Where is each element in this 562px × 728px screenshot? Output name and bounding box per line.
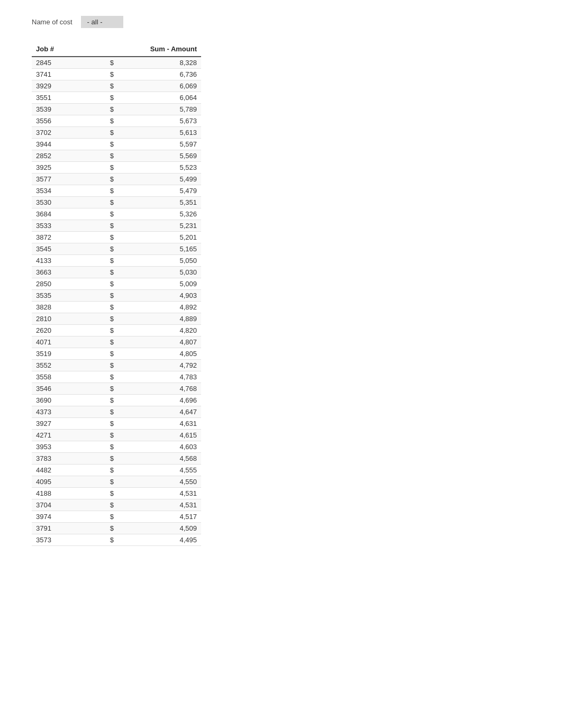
cell-amount: 4,531 xyxy=(127,499,201,511)
table-row: 2852$5,569 xyxy=(32,150,201,162)
cell-job: 3704 xyxy=(32,499,106,511)
cell-job: 3929 xyxy=(32,80,106,92)
cell-amount: 4,550 xyxy=(127,476,201,488)
cell-amount: 8,328 xyxy=(127,57,201,69)
table-row: 3552$4,792 xyxy=(32,360,201,371)
cell-dollar: $ xyxy=(106,430,128,441)
cell-job: 3684 xyxy=(32,208,106,220)
filter-label: Name of cost xyxy=(32,18,72,26)
cell-job: 3953 xyxy=(32,441,106,453)
cell-dollar: $ xyxy=(106,360,128,371)
table-row: 3533$5,231 xyxy=(32,220,201,232)
cell-dollar: $ xyxy=(106,418,128,430)
table-row: 3519$4,805 xyxy=(32,348,201,360)
filter-value[interactable]: - all - xyxy=(81,16,123,28)
table-row: 4373$4,647 xyxy=(32,406,201,418)
cell-amount: 4,603 xyxy=(127,441,201,453)
cell-amount: 5,009 xyxy=(127,278,201,290)
table-row: 3558$4,783 xyxy=(32,371,201,383)
cell-dollar: $ xyxy=(106,232,128,243)
cell-job: 3533 xyxy=(32,220,106,232)
table-row: 3684$5,326 xyxy=(32,208,201,220)
cell-dollar: $ xyxy=(106,441,128,453)
cell-dollar: $ xyxy=(106,465,128,476)
cell-amount: 4,631 xyxy=(127,418,201,430)
cell-dollar: $ xyxy=(106,92,128,104)
cell-dollar: $ xyxy=(106,267,128,278)
cell-amount: 4,568 xyxy=(127,453,201,465)
cell-job: 4271 xyxy=(32,430,106,441)
cell-dollar: $ xyxy=(106,69,128,80)
cell-dollar: $ xyxy=(106,499,128,511)
cell-dollar: $ xyxy=(106,476,128,488)
cell-job: 3539 xyxy=(32,104,106,115)
cell-dollar: $ xyxy=(106,255,128,267)
cell-job: 3872 xyxy=(32,232,106,243)
cell-job: 3783 xyxy=(32,453,106,465)
cell-job: 3530 xyxy=(32,197,106,208)
cell-dollar: $ xyxy=(106,150,128,162)
cell-dollar: $ xyxy=(106,511,128,523)
cell-job: 3925 xyxy=(32,162,106,174)
cell-amount: 4,807 xyxy=(127,336,201,348)
cell-amount: 5,479 xyxy=(127,185,201,197)
cell-amount: 5,050 xyxy=(127,255,201,267)
cell-amount: 4,555 xyxy=(127,465,201,476)
cell-dollar: $ xyxy=(106,325,128,336)
table-row: 2810$4,889 xyxy=(32,313,201,325)
cell-amount: 6,069 xyxy=(127,80,201,92)
cell-job: 3556 xyxy=(32,115,106,127)
cell-job: 3577 xyxy=(32,174,106,185)
cell-job: 3558 xyxy=(32,371,106,383)
col-job[interactable]: Job # xyxy=(32,42,106,57)
table-row: 4271$4,615 xyxy=(32,430,201,441)
cell-amount: 5,523 xyxy=(127,162,201,174)
cell-dollar: $ xyxy=(106,534,128,546)
cell-dollar: $ xyxy=(106,162,128,174)
table-row: 4095$4,550 xyxy=(32,476,201,488)
cell-job: 4373 xyxy=(32,406,106,418)
cell-amount: 4,768 xyxy=(127,383,201,395)
cell-job: 3663 xyxy=(32,267,106,278)
cell-dollar: $ xyxy=(106,220,128,232)
table-row: 3551$6,064 xyxy=(32,92,201,104)
filter-row: Name of cost - all - xyxy=(11,11,551,33)
cell-dollar: $ xyxy=(106,127,128,139)
table-row: 3573$4,495 xyxy=(32,534,201,546)
table-row: 4133$5,050 xyxy=(32,255,201,267)
table-row: 3530$5,351 xyxy=(32,197,201,208)
cell-amount: 4,615 xyxy=(127,430,201,441)
table-row: 3791$4,509 xyxy=(32,523,201,534)
cell-amount: 5,499 xyxy=(127,174,201,185)
cell-job: 2810 xyxy=(32,313,106,325)
table-row: 2620$4,820 xyxy=(32,325,201,336)
cell-amount: 4,792 xyxy=(127,360,201,371)
cell-amount: 5,165 xyxy=(127,243,201,255)
table-row: 3663$5,030 xyxy=(32,267,201,278)
cell-amount: 5,673 xyxy=(127,115,201,127)
table-row: 4188$4,531 xyxy=(32,488,201,499)
table-row: 2850$5,009 xyxy=(32,278,201,290)
cell-amount: 4,903 xyxy=(127,290,201,302)
table-row: 3534$5,479 xyxy=(32,185,201,197)
cell-job: 3519 xyxy=(32,348,106,360)
table-row: 3704$4,531 xyxy=(32,499,201,511)
cell-amount: 5,201 xyxy=(127,232,201,243)
cell-amount: 4,889 xyxy=(127,313,201,325)
table-header-row: Job # Sum - Amount xyxy=(32,42,201,57)
cell-dollar: $ xyxy=(106,313,128,325)
table-row: 3535$4,903 xyxy=(32,290,201,302)
cell-amount: 4,647 xyxy=(127,406,201,418)
cell-job: 3551 xyxy=(32,92,106,104)
cell-job: 3974 xyxy=(32,511,106,523)
cell-job: 3534 xyxy=(32,185,106,197)
cell-job: 3944 xyxy=(32,139,106,150)
cell-amount: 6,064 xyxy=(127,92,201,104)
col-amount[interactable]: Sum - Amount xyxy=(106,42,201,57)
cell-dollar: $ xyxy=(106,383,128,395)
cell-amount: 5,030 xyxy=(127,267,201,278)
cell-job: 2850 xyxy=(32,278,106,290)
cell-dollar: $ xyxy=(106,348,128,360)
cell-dollar: $ xyxy=(106,174,128,185)
table-row: 2845$8,328 xyxy=(32,57,201,69)
